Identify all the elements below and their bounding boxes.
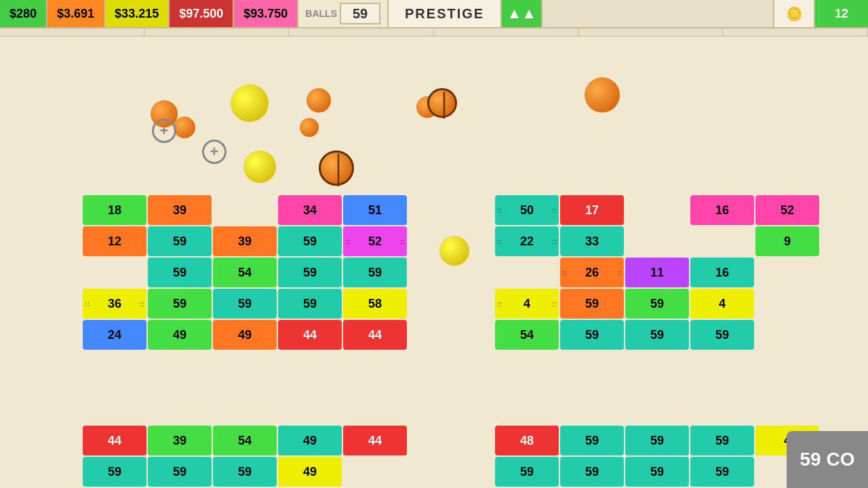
block[interactable]: 59 — [148, 226, 212, 256]
plus-circle-1: + — [202, 140, 226, 164]
block[interactable]: 59 — [560, 320, 624, 350]
block-value: 59 — [650, 328, 664, 342]
block[interactable]: 17 — [560, 195, 624, 225]
block[interactable]: 58 — [343, 289, 407, 319]
dot-left: :: — [85, 300, 90, 308]
block[interactable]: 59 — [148, 289, 212, 319]
block[interactable]: 9 — [755, 226, 819, 256]
block-value: 52 — [368, 235, 382, 249]
block[interactable]: 52 — [755, 195, 819, 225]
block[interactable]: 49 — [278, 426, 342, 455]
block-value: 52 — [781, 203, 794, 218]
block-value: 44 — [368, 434, 382, 448]
block-value: 59 — [715, 465, 729, 479]
currency-btn-2[interactable]: $3.691 — [47, 0, 105, 27]
ball-1 — [174, 117, 195, 138]
block[interactable]: 16 — [690, 195, 754, 225]
ball-9 — [439, 236, 469, 266]
block-value: 16 — [715, 266, 729, 280]
block[interactable]: 59 — [560, 289, 624, 319]
block-value: 16 — [715, 203, 729, 218]
block[interactable]: 59 — [560, 457, 624, 487]
dot-right: :: — [617, 268, 622, 277]
block[interactable]: 39 — [213, 226, 277, 256]
block[interactable]: ::::36 — [83, 289, 146, 319]
currency-btn-5[interactable]: $93.750 — [234, 0, 298, 27]
block[interactable]: 59 — [495, 457, 559, 487]
block[interactable]: 59 — [278, 226, 342, 256]
block[interactable]: 59 — [148, 258, 212, 287]
block[interactable]: 59 — [560, 426, 624, 455]
ball-6 — [427, 88, 457, 118]
block[interactable]: 51 — [343, 195, 407, 225]
block-value: 44 — [368, 328, 382, 342]
block[interactable]: 11 — [625, 258, 689, 287]
block[interactable]: ::::22 — [495, 226, 559, 256]
green-count-btn[interactable]: 12 — [814, 0, 868, 27]
block[interactable]: 59 — [343, 258, 407, 287]
block[interactable]: 49 — [213, 320, 277, 350]
block[interactable]: 59 — [690, 457, 754, 487]
block[interactable]: 4 — [690, 289, 754, 319]
progress-bar-row — [0, 28, 868, 37]
block[interactable]: 54 — [495, 320, 559, 350]
block[interactable]: 59 — [278, 258, 342, 287]
block[interactable]: 49 — [278, 457, 342, 487]
block-value: 59 — [173, 266, 186, 280]
block[interactable]: 39 — [148, 195, 212, 225]
currency-btn-1[interactable]: $280 — [0, 0, 47, 27]
progress-seg-2 — [144, 28, 289, 36]
block-value: 44 — [108, 434, 121, 448]
dot-left: :: — [562, 268, 567, 277]
block[interactable]: 59 — [213, 457, 277, 487]
block[interactable]: 44 — [83, 426, 146, 455]
currency-btn-3[interactable]: $33.215 — [105, 0, 170, 27]
block-value: 34 — [303, 203, 317, 218]
block[interactable]: 44 — [343, 426, 407, 455]
block[interactable]: 59 — [625, 426, 689, 455]
block-value: 22 — [520, 235, 534, 249]
block[interactable]: ::::26 — [560, 258, 624, 287]
block[interactable]: 59 — [148, 457, 212, 487]
block[interactable]: 54 — [213, 426, 277, 455]
plus-circle-0: + — [152, 119, 176, 143]
block[interactable]: 18 — [83, 195, 146, 225]
block[interactable]: 59 — [83, 457, 146, 487]
block[interactable]: 59 — [278, 289, 342, 319]
block-value: 54 — [238, 434, 252, 448]
block[interactable]: 48 — [495, 426, 559, 455]
block[interactable]: 44 — [343, 320, 407, 350]
dot-left: :: — [497, 237, 502, 245]
block[interactable]: 44 — [278, 320, 342, 350]
block[interactable]: ::::52 — [343, 226, 407, 256]
block-value: 59 — [585, 328, 599, 342]
block[interactable]: 16 — [690, 258, 754, 287]
prestige-button[interactable]: PRESTIGE — [389, 0, 502, 27]
block-value: 49 — [303, 465, 317, 479]
block[interactable]: 54 — [213, 258, 277, 287]
block-value: 59 — [238, 297, 252, 311]
block[interactable]: 59 — [625, 457, 689, 487]
progress-seg-3 — [289, 28, 433, 36]
block-value: 12 — [108, 235, 121, 249]
block[interactable]: 12 — [83, 226, 146, 256]
block[interactable]: 59 — [625, 320, 689, 350]
block[interactable]: 33 — [560, 226, 624, 256]
block[interactable]: ::::4 — [495, 289, 559, 319]
ball-2 — [231, 84, 269, 122]
block-value: 11 — [650, 266, 664, 280]
block[interactable]: 59 — [690, 426, 754, 455]
arrow-button[interactable]: ▲▲ — [502, 0, 542, 27]
block-value: 48 — [520, 434, 534, 448]
dot-right: :: — [552, 237, 557, 245]
block[interactable]: 49 — [148, 320, 212, 350]
block[interactable]: 59 — [213, 289, 277, 319]
block[interactable]: ::::50 — [495, 195, 559, 225]
block[interactable]: 24 — [83, 320, 146, 350]
block[interactable]: 59 — [690, 320, 754, 350]
block[interactable]: 39 — [148, 426, 212, 455]
coin-icon-btn[interactable]: 🪙 — [773, 0, 814, 27]
block[interactable]: 34 — [278, 195, 342, 225]
currency-btn-4[interactable]: $97.500 — [170, 0, 234, 27]
block[interactable]: 59 — [625, 289, 689, 319]
